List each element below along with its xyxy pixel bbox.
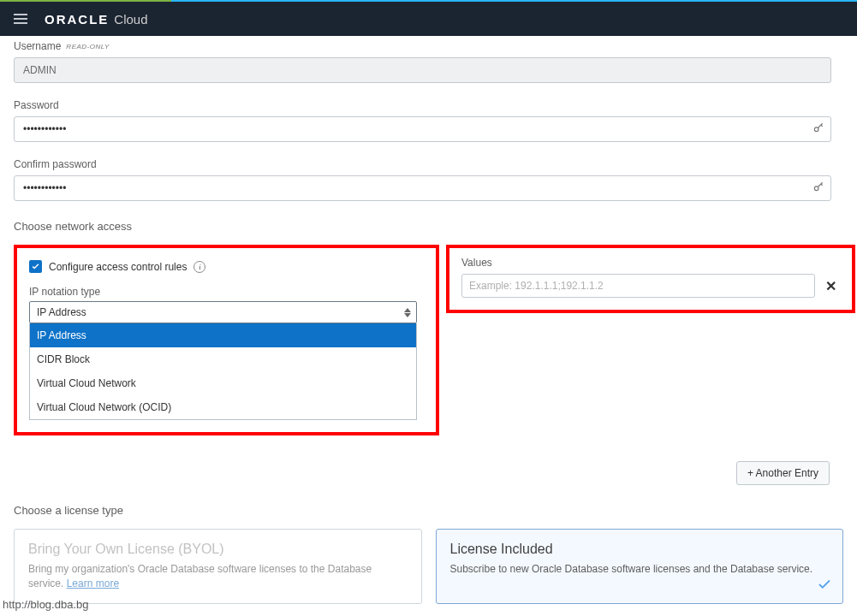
ip-type-option[interactable]: CIDR Block (30, 347, 416, 371)
license-card-byol[interactable]: Bring Your Own License (BYOL) Bring my o… (14, 529, 422, 604)
password-label: Password (14, 99, 59, 111)
password-field[interactable] (14, 116, 831, 142)
byol-card-sub: Bring my organization's Oracle Database … (28, 562, 408, 591)
key-icon[interactable] (812, 181, 824, 196)
confirm-password-field[interactable] (14, 175, 831, 201)
ip-notation-panel: Configure access control rules i IP nota… (14, 245, 439, 435)
byol-learn-more-link[interactable]: Learn more (67, 578, 119, 589)
username-field (14, 57, 831, 83)
ip-type-selected: IP Address (37, 306, 86, 318)
license-section-label: Choose a license type (14, 504, 843, 517)
values-panel: Values ✕ (446, 245, 855, 313)
remove-entry-icon[interactable]: ✕ (822, 278, 840, 294)
topbar: ORACLE Cloud (0, 2, 857, 36)
ip-type-option[interactable]: Virtual Cloud Network (OCID) (30, 395, 416, 419)
values-field[interactable] (461, 274, 815, 298)
confirm-password-label: Confirm password (14, 158, 97, 170)
brand-name: ORACLE (45, 12, 109, 27)
acr-label: Configure access control rules (49, 261, 187, 273)
values-label: Values (461, 257, 840, 269)
brand-logo[interactable]: ORACLE Cloud (45, 12, 148, 27)
brand-suffix: Cloud (114, 12, 147, 27)
add-another-entry-button[interactable]: + Another Entry (736, 461, 830, 485)
acr-checkbox[interactable] (29, 260, 42, 273)
included-card-title: License Included (450, 542, 830, 557)
ip-type-select[interactable]: IP Address (29, 301, 417, 323)
key-icon[interactable] (812, 122, 824, 137)
username-label: Username READ-ONLY (14, 40, 110, 52)
ip-type-option[interactable]: Virtual Cloud Network (30, 371, 416, 395)
select-spinner-icon (404, 308, 411, 317)
included-card-sub: Subscribe to new Oracle Database softwar… (450, 562, 830, 577)
info-icon[interactable]: i (193, 261, 205, 273)
check-icon (817, 577, 832, 595)
ip-type-option[interactable]: IP Address (30, 323, 416, 347)
ip-type-label: IP notation type (29, 286, 100, 298)
readonly-badge: READ-ONLY (66, 43, 109, 50)
license-card-included[interactable]: License Included Subscribe to new Oracle… (436, 529, 844, 604)
byol-card-title: Bring Your Own License (BYOL) (28, 542, 408, 557)
svg-point-0 (814, 127, 818, 132)
ip-type-dropdown: IP Address CIDR Block Virtual Cloud Netw… (29, 323, 417, 420)
network-section-label: Choose network access (14, 220, 843, 233)
svg-point-1 (814, 187, 818, 191)
menu-icon[interactable] (10, 10, 31, 27)
username-label-text: Username (14, 40, 61, 52)
